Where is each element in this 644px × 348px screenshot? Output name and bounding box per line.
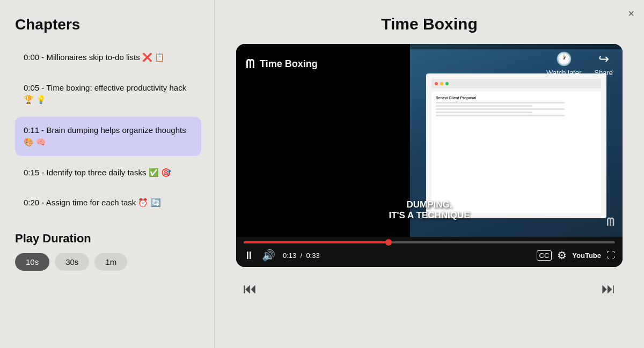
chapter-item-0[interactable]: 0:00 - Millionaires skip to-do lists ❌ 📋: [15, 44, 201, 71]
right-panel: Time Boxing ᗰ Time Boxing 🕐 Watch later …: [215, 0, 644, 348]
duration-btn-30s[interactable]: 30s: [55, 253, 89, 271]
video-caption: DUMPING. IT'S A TECHNIQUE: [389, 199, 470, 221]
chapter-text-0: 0:00 - Millionaires skip to-do lists ❌ 📋: [24, 53, 165, 62]
chapter-text-4: 0:20 - Assign time for each task ⏰ 🔄: [24, 198, 161, 207]
share-icon: ↪: [598, 51, 609, 66]
watch-later-icon: 🕐: [556, 51, 572, 66]
laptop-screen-content: Renew Client Proposal: [426, 73, 607, 218]
progress-bar[interactable]: [244, 241, 615, 243]
play-duration-heading: Play Duration: [15, 232, 201, 246]
controls-row: ⏸ 🔊 0:13 / 0:33 CC: [244, 249, 615, 262]
fullscreen-icon: ⛶: [606, 250, 615, 260]
controls-right: CC ⚙ YouTube ⛶: [537, 249, 615, 262]
duration-btn-1m[interactable]: 1m: [94, 253, 127, 271]
settings-icon: ⚙: [557, 249, 567, 262]
prev-icon: ⏮: [243, 280, 257, 297]
chapters-heading: Chapters: [15, 16, 201, 33]
volume-button[interactable]: 🔊: [262, 249, 275, 262]
video-controls: ⏸ 🔊 0:13 / 0:33 CC: [236, 237, 623, 267]
play-pause-button[interactable]: ⏸: [244, 249, 254, 262]
caption-line2: IT'S A TECHNIQUE: [389, 210, 470, 221]
chapter-text-1: 0:05 - Time boxing: effective productivi…: [24, 83, 186, 105]
caption-line1: DUMPING.: [389, 199, 470, 210]
left-panel: Chapters 0:00 - Millionaires skip to-do …: [0, 0, 215, 348]
volume-icon: 🔊: [262, 249, 275, 262]
video-branding: ᗰ Time Boxing: [246, 57, 318, 71]
close-button[interactable]: ×: [628, 8, 634, 20]
captions-icon: CC: [539, 251, 550, 260]
progress-fill: [244, 241, 389, 243]
video-nav: ⏮ ⏭: [236, 277, 623, 300]
share-button[interactable]: ↪ Share: [594, 51, 613, 77]
watch-later-button[interactable]: 🕐 Watch later: [546, 51, 581, 77]
chapter-item-3[interactable]: 0:15 - Identify top three daily tasks ✅ …: [15, 159, 201, 187]
settings-button[interactable]: ⚙: [557, 249, 567, 262]
video-top-bar: ᗰ Time Boxing 🕐 Watch later ↪ Share: [236, 44, 623, 84]
controls-left: ⏸ 🔊 0:13 / 0:33: [244, 249, 320, 262]
next-button[interactable]: ⏭: [597, 277, 620, 300]
prev-button[interactable]: ⏮: [238, 277, 262, 300]
video-actions: 🕐 Watch later ↪ Share: [546, 51, 613, 77]
watch-later-label: Watch later: [546, 69, 581, 77]
duration-buttons: 10s30s1m: [15, 253, 201, 271]
screen-body: Renew Client Proposal: [431, 92, 602, 213]
play-pause-icon: ⏸: [244, 249, 254, 262]
share-label: Share: [594, 69, 613, 77]
screen-title: Renew Client Proposal: [436, 96, 597, 100]
brand-logo-icon: ᗰ: [246, 57, 254, 71]
brand-name: Time Boxing: [260, 58, 318, 70]
video-title: Time Boxing: [234, 15, 625, 33]
youtube-label: YouTube: [572, 251, 601, 260]
chapter-item-4[interactable]: 0:20 - Assign time for each task ⏰ 🔄: [15, 189, 201, 217]
chapter-item-1[interactable]: 0:05 - Time boxing: effective productivi…: [15, 75, 201, 114]
chapter-text-2: 0:11 - Brain dumping helps organize thou…: [24, 125, 186, 147]
duration-btn-10s[interactable]: 10s: [15, 253, 49, 271]
progress-dot: [385, 239, 392, 246]
video-wrapper[interactable]: ᗰ Time Boxing 🕐 Watch later ↪ Share: [236, 44, 623, 267]
video-watermark: ᗰ: [606, 216, 614, 228]
chapter-item-2[interactable]: 0:11 - Brain dumping helps organize thou…: [15, 117, 201, 156]
time-current: 0:13: [283, 251, 296, 260]
time-display: 0:13 / 0:33: [283, 251, 320, 260]
captions-button[interactable]: CC: [537, 250, 552, 261]
chapter-text-3: 0:15 - Identify top three daily tasks ✅ …: [24, 168, 171, 177]
fullscreen-button[interactable]: ⛶: [606, 250, 615, 260]
play-duration-section: Play Duration 10s30s1m: [15, 232, 201, 271]
next-icon: ⏭: [602, 280, 616, 297]
chapters-list: 0:00 - Millionaires skip to-do lists ❌ 📋…: [15, 44, 201, 217]
time-total: 0:33: [306, 251, 319, 260]
